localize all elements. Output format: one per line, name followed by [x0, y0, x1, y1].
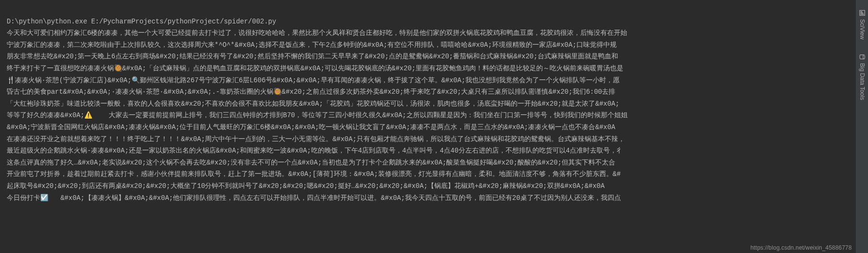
output-line: 这条点评真的拖了好久…&#x0A;老实说&#x20;这个火锅不会再去吃&#x20… — [7, 159, 615, 166]
output-line: 宁波万象汇的凑凑，第二次来吃啦由于上次排队较久，这次选择周六来*^O^*&#x0… — [7, 41, 617, 49]
tab-big-data-tools[interactable]: Big Data Tools — [859, 54, 866, 100]
svg-point-4 — [863, 55, 865, 59]
tab-sciview-label: SciView — [859, 19, 866, 39]
output-line: 开业前屯了对折券，趁着过期前赶紧去打卡，感谢小伙伴提前来排队取号，赶上了第一批进… — [7, 170, 620, 178]
command-line: D:\python\python.exe E:/PycharmProjects/… — [7, 18, 276, 25]
output-line: 等等了好久的凑凑&#x0A;⚠️ 大家去一定要提前提前网上排号，我们三四点钟排的… — [7, 111, 628, 119]
output-line: 🍴凑凑火锅·茶憩(宁波万象汇店)&#x0A;🔍鄞州区钱湖北路267号宁波万象汇6… — [7, 77, 620, 84]
output-line: 起床取号&#x20;&#x20;到店还有两桌&#x20;&#x20;大概坐了10… — [7, 182, 605, 190]
right-tool-stripe: SciView Big Data Tools — [856, 0, 868, 253]
output-line: 最近超级火的企鹅跳水火锅-凑凑&#x0A;还是一家以奶茶出名的火锅店&#x0A;… — [7, 147, 623, 154]
output-line: &#x0A;宁波新晋全国网红火锅店&#x0A;凑凑火锅&#x0A;位于目前人气最… — [7, 123, 615, 131]
output-line: 朋友非常想去吃&#x20;第一天晚上6点左右到商场&#x20;结果已经没有号了&… — [7, 53, 618, 60]
tab-sciview[interactable]: SciView — [859, 10, 866, 39]
database-icon — [859, 54, 866, 60]
output-line: 终于来打卡了一直很想吃的凑凑火锅🥘&#x0A;「台式麻辣锅」点的是鸭血豆腐和花胶… — [7, 65, 623, 72]
output-line: 昏古七的美食part&#x0A;&#x0A;·凑凑火锅·茶憩·&#x0A;&#x… — [7, 88, 615, 96]
run-console[interactable]: D:\python\python.exe E:/PycharmProjects/… — [0, 0, 852, 253]
svg-rect-3 — [860, 14, 864, 15]
output-line: 「大红袍珍珠奶茶」味道比较淡一般般，喜欢的人会很喜欢&#x20;不喜欢的会很不喜… — [7, 100, 620, 108]
tab-big-data-tools-label: Big Data Tools — [859, 63, 866, 100]
watermark-text: https://blog.csdn.net/weixin_45886778 — [750, 244, 852, 251]
svg-rect-2 — [860, 12, 863, 13]
output-line: 今日份打卡☑️ &#x0A;【凑凑火锅】&#x0A;&#x0A;他们家排队很理性… — [7, 194, 621, 202]
sciview-icon — [859, 10, 866, 16]
output-line: 今天和大可爱们相约万象汇6楼的凑凑，其他一个大可爱已经提前去打卡过了，说很好吃哈… — [7, 29, 627, 37]
output-line: 在凑凑还没开业之前就想着来吃了！！！终于吃上了！！！&#x0A;周六中午十一点到… — [7, 135, 625, 143]
svg-rect-1 — [860, 11, 862, 12]
